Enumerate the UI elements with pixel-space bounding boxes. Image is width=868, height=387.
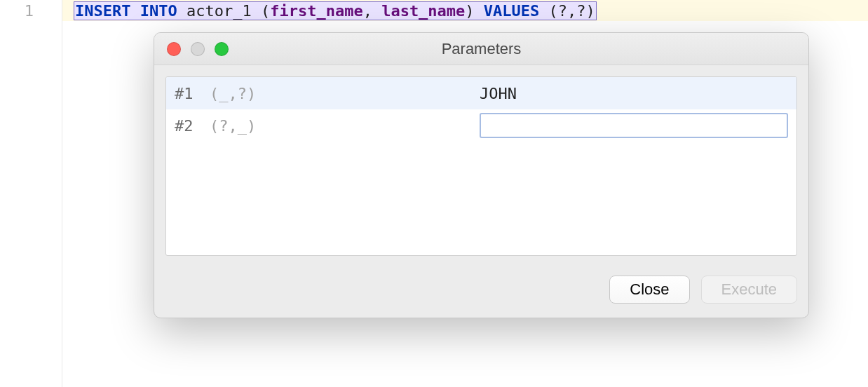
parameter-value: JOHN bbox=[480, 85, 788, 102]
col-last-name: last_name bbox=[381, 2, 465, 20]
line-number: 1 bbox=[0, 1, 62, 21]
kw-insert: INSERT bbox=[75, 2, 130, 20]
parameter-input[interactable] bbox=[480, 113, 788, 138]
parameter-index: #1 bbox=[175, 85, 210, 102]
parameters-dialog: Parameters #1 (_,?) JOHN #2 (?,_) Close … bbox=[154, 32, 809, 318]
comma-1: , bbox=[363, 2, 382, 20]
parameter-hint: (?,_) bbox=[210, 117, 256, 135]
paren-close-1: ) bbox=[465, 2, 474, 20]
parameter-index: #2 bbox=[175, 117, 210, 135]
placeholder-1: ? bbox=[558, 2, 567, 20]
kw-values: VALUES bbox=[484, 2, 539, 20]
parameter-row[interactable]: #1 (_,?) JOHN bbox=[166, 77, 796, 109]
dialog-title: Parameters bbox=[154, 40, 808, 58]
table-name: actor_1 bbox=[187, 2, 252, 20]
parameter-hint: (_,?) bbox=[210, 85, 256, 102]
execute-button[interactable]: Execute bbox=[701, 276, 798, 304]
paren-close-2: ) bbox=[586, 2, 595, 20]
gutter: 1 bbox=[0, 0, 62, 387]
dialog-body: #1 (_,?) JOHN #2 (?,_) bbox=[154, 65, 808, 267]
dialog-footer: Close Execute bbox=[154, 267, 808, 318]
comma-2: , bbox=[567, 2, 576, 20]
dialog-titlebar[interactable]: Parameters bbox=[154, 33, 808, 65]
paren-open-2: ( bbox=[549, 2, 558, 20]
col-first-name: first_name bbox=[270, 2, 362, 20]
sql-line[interactable]: INSERT INTO actor_1 (first_name, last_na… bbox=[62, 0, 868, 21]
kw-into: INTO bbox=[140, 2, 177, 20]
close-button[interactable]: Close bbox=[609, 276, 689, 304]
parameter-row[interactable]: #2 (?,_) bbox=[166, 109, 796, 142]
parameter-list: #1 (_,?) JOHN #2 (?,_) bbox=[165, 76, 797, 256]
placeholder-2: ? bbox=[576, 2, 585, 20]
paren-open-1: ( bbox=[261, 2, 270, 20]
